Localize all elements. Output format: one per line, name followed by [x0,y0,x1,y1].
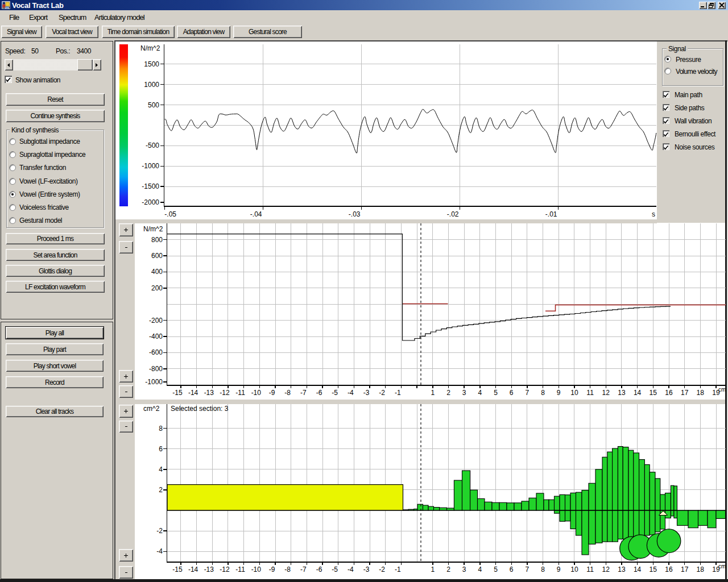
svg-text:s: s [652,210,655,218]
svg-text:-8: -8 [284,389,291,397]
svg-text:-5: -5 [332,389,338,397]
svg-text:-.02: -.02 [447,210,459,218]
svg-text:-7: -7 [300,389,307,397]
svg-text:400: 400 [151,268,163,276]
svg-text:15: 15 [650,389,657,397]
svg-text:4: 4 [159,465,163,473]
svg-text:6: 6 [510,566,514,573]
svg-text:-2000: -2000 [142,198,159,206]
svg-text:-800: -800 [149,365,163,373]
svg-text:-11: -11 [235,566,245,573]
svg-text:14: 14 [634,566,642,573]
svg-text:cm^2: cm^2 [143,405,160,413]
svg-text:-7: -7 [300,566,307,573]
svg-text:8: 8 [541,566,545,573]
svg-text:500: 500 [148,101,159,109]
svg-text:1: 1 [431,566,435,573]
svg-text:N/m^2: N/m^2 [140,44,160,52]
svg-text:10: 10 [570,389,578,397]
svg-text:2: 2 [446,389,450,397]
svg-text:6: 6 [159,445,163,453]
svg-text:-6: -6 [316,389,322,397]
svg-text:13: 13 [618,566,626,573]
svg-text:-6: -6 [316,566,322,573]
svg-text:5: 5 [494,389,498,397]
svg-text:Selected section: 3: Selected section: 3 [171,405,229,413]
svg-text:-13: -13 [204,566,214,573]
svg-text:6: 6 [510,389,514,397]
svg-text:12: 12 [602,389,610,397]
svg-text:1: 1 [431,389,435,397]
svg-text:800: 800 [151,236,163,244]
svg-text:cm: cm [718,386,726,393]
svg-text:-12: -12 [220,389,230,397]
svg-text:-2: -2 [379,566,385,573]
svg-text:18: 18 [697,566,705,573]
svg-text:-.01: -.01 [545,210,557,218]
svg-text:18: 18 [697,389,705,397]
svg-text:-2: -2 [156,527,163,535]
svg-text:16: 16 [665,389,673,397]
svg-text:12: 12 [602,566,610,573]
svg-text:4: 4 [478,389,482,397]
svg-text:-1: -1 [395,389,401,397]
svg-text:-11: -11 [235,389,245,397]
svg-text:-10: -10 [251,566,262,573]
svg-text:17: 17 [681,389,689,397]
svg-text:7: 7 [526,566,530,573]
svg-text:-10: -10 [251,389,262,397]
svg-text:-1500: -1500 [142,182,159,190]
svg-text:-200: -200 [149,317,163,325]
svg-text:1500: 1500 [144,60,159,68]
svg-text:-15: -15 [172,566,183,573]
svg-text:-3: -3 [363,566,370,573]
svg-text:11: 11 [586,389,594,397]
svg-text:11: 11 [586,566,594,573]
svg-text:-14: -14 [188,566,198,573]
svg-text:15: 15 [650,566,657,573]
svg-text:-15: -15 [172,389,183,397]
svg-text:-13: -13 [204,389,214,397]
svg-text:-4: -4 [348,566,354,573]
svg-text:16: 16 [665,566,673,573]
svg-text:-4: -4 [348,389,354,397]
svg-text:8: 8 [541,389,545,397]
svg-text:-9: -9 [269,566,275,573]
svg-text:cm: cm [718,563,726,569]
svg-text:-4: -4 [156,547,163,555]
svg-text:-.04: -.04 [250,210,262,218]
svg-text:9: 9 [557,389,561,397]
svg-text:-8: -8 [284,566,291,573]
svg-text:-.03: -.03 [349,210,361,218]
svg-text:-9: -9 [269,389,275,397]
svg-text:17: 17 [681,566,689,573]
svg-text:200: 200 [151,284,163,292]
svg-text:4: 4 [478,566,482,573]
svg-text:1000: 1000 [144,81,159,89]
svg-text:8: 8 [159,425,163,433]
svg-text:2: 2 [446,566,450,573]
svg-text:9: 9 [557,566,561,573]
svg-text:-14: -14 [188,389,198,397]
svg-text:-12: -12 [220,566,230,573]
svg-text:2: 2 [159,486,163,494]
svg-text:-400: -400 [149,332,163,340]
svg-text:3: 3 [462,389,466,397]
svg-text:-5: -5 [332,566,338,573]
svg-text:-1000: -1000 [145,378,163,386]
svg-text:3: 3 [462,566,466,573]
svg-text:13: 13 [618,389,626,397]
svg-text:14: 14 [634,389,642,397]
svg-text:-2: -2 [379,389,385,397]
svg-text:7: 7 [526,389,530,397]
svg-text:5: 5 [494,566,498,573]
svg-text:-600: -600 [149,348,163,356]
svg-text:-3: -3 [363,389,370,397]
svg-text:-.05: -.05 [164,210,176,218]
svg-text:N/m^2: N/m^2 [143,225,163,233]
svg-text:-1000: -1000 [142,162,159,170]
svg-text:10: 10 [570,566,578,573]
svg-text:-1: -1 [395,566,401,573]
svg-text:600: 600 [151,252,163,260]
svg-text:-500: -500 [146,142,159,149]
